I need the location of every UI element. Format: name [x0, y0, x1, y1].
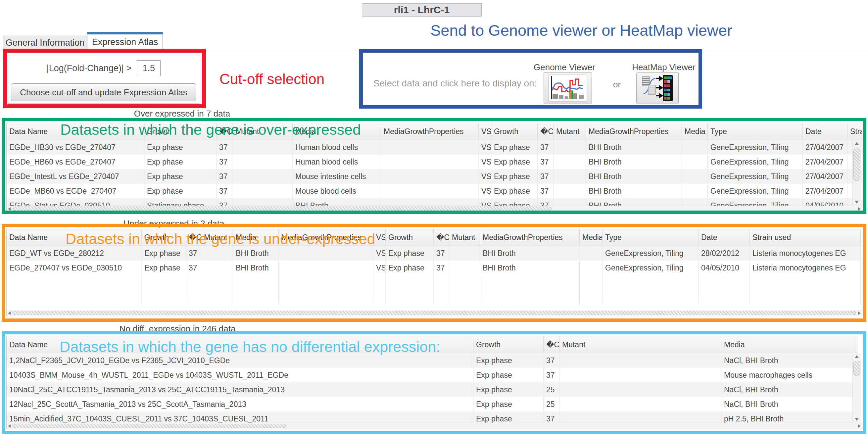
table-row[interactable]: EGDe_Stat vs EGDe_030510Stationary phase…	[7, 198, 862, 206]
scroll-left-icon[interactable]	[8, 312, 10, 315]
column-header[interactable]: Mutant	[559, 336, 721, 353]
table-cell: Stationary phase	[144, 198, 217, 206]
table-row[interactable]: EGD_WT vs EGDe_280212Exp phase37BHI Brot…	[7, 246, 861, 260]
column-header[interactable]: MediaGrowthProperties	[586, 123, 682, 140]
column-header[interactable]: Growth	[473, 336, 544, 353]
column-header[interactable]: Mutant	[554, 123, 586, 140]
vertical-scrollbar[interactable]	[852, 353, 861, 423]
table-cell: 04/05/2010	[803, 198, 847, 206]
column-header[interactable]: �C	[434, 229, 449, 246]
table-cell	[682, 198, 708, 206]
table-cell: 1,2NaCl_F2365_JCVI_2010_EGDe vs F2365_JC…	[7, 353, 473, 368]
column-header[interactable]: Media	[721, 336, 858, 353]
column-header[interactable]: Growth	[144, 123, 217, 140]
table-cell: 37	[217, 198, 233, 206]
column-header[interactable]: MediaGrowthProperties	[480, 229, 580, 246]
column-header[interactable]: MediaGrowthProperties	[381, 123, 479, 140]
table-row[interactable]: 10NaCl_25C_ATCC19115_Tasmania_2013 vs 25…	[7, 382, 858, 397]
table-row[interactable]: 1,2NaCl_F2365_JCVI_2010_EGDe vs F2365_JC…	[7, 353, 858, 368]
vertical-scrollbar-thumb[interactable]	[854, 361, 860, 376]
table-cell: 15min_Acidified_37C_10403S_CUESL_2011 vs…	[7, 411, 473, 423]
scroll-left-icon[interactable]	[8, 207, 10, 211]
tab-expression-atlas[interactable]: Expression Atlas	[87, 32, 163, 51]
column-header[interactable]: Strain used	[750, 229, 861, 246]
column-header[interactable]: Media	[682, 123, 708, 140]
fold-change-label: |Log(Fold-Change)| >	[47, 63, 131, 73]
horizontal-scrollbar-thumb[interactable]	[12, 424, 286, 428]
column-header[interactable]: VS	[373, 229, 386, 246]
column-header[interactable]: Data Name	[7, 229, 142, 246]
fold-change-input[interactable]	[137, 60, 160, 76]
horizontal-scrollbar-thumb[interactable]	[12, 207, 552, 211]
column-header[interactable]: Date	[803, 123, 847, 140]
horizontal-scrollbar[interactable]	[7, 206, 862, 212]
table-row[interactable]: EGDe_HB60 vs EGDe_270407Exp phase37Human…	[7, 155, 862, 169]
column-header[interactable]: Growth	[491, 123, 538, 140]
column-header[interactable]: Data Name	[7, 336, 473, 353]
column-header[interactable]: Mutant	[201, 229, 233, 246]
scroll-up-icon[interactable]	[855, 355, 859, 358]
column-header[interactable]: Strain used	[847, 123, 862, 140]
column-header[interactable]: Media	[292, 123, 381, 140]
table-cell	[699, 275, 750, 290]
table-row[interactable]: 12Nacl_25C_ScottA_Tasmania_2013 vs 25C_S…	[7, 397, 858, 411]
vertical-scrollbar-thumb[interactable]	[854, 148, 860, 181]
table-row[interactable]: 10403S_BMM_Mouse_4h_WUSTL_2011_EGDe vs 1…	[7, 368, 858, 382]
update-atlas-button[interactable]: Choose cut-off and update Expression Atl…	[11, 84, 196, 101]
column-header[interactable]: Media	[233, 229, 279, 246]
table-cell: 04/05/2010	[699, 260, 750, 275]
table-cell	[186, 275, 201, 290]
table-cell: Exp phase	[144, 169, 217, 184]
table-cell: Exp phase	[491, 140, 538, 155]
table-cell: Exp phase	[386, 260, 434, 275]
table-row[interactable]: EGDe_HB30 vs EGDe_270407Exp phase37Human…	[7, 140, 862, 155]
table-cell	[381, 198, 479, 206]
over-expressed-grid: Data NameGrowth�CMutantMediaMediaGrowthP…	[7, 123, 862, 206]
column-header[interactable]: Growth	[386, 229, 434, 246]
scroll-down-icon[interactable]	[855, 200, 859, 204]
no-diff-grid: Data NameGrowth�CMutantMedia1,2NaCl_F236…	[7, 336, 858, 423]
column-header[interactable]: Growth	[142, 229, 186, 246]
heatmap-viewer-button[interactable]	[636, 72, 679, 104]
table-cell: NaCl, BHI Broth	[721, 382, 858, 397]
column-header[interactable]: VS	[479, 123, 491, 140]
scroll-right-icon[interactable]	[858, 425, 861, 428]
table-row[interactable]: 15min_Acidified_37C_10403S_CUESL_2011 vs…	[7, 411, 858, 423]
column-header[interactable]: �C	[186, 229, 201, 246]
table-row[interactable]: EGDe_MB60 vs EGDe_270407Exp phase37Mouse…	[7, 184, 862, 198]
table-cell: BHI Broth	[586, 198, 682, 206]
table-row[interactable]: EGDe_IntestL vs EGDe_270407Exp phase37Mo…	[7, 169, 862, 184]
column-header[interactable]: �C	[544, 336, 559, 353]
column-header[interactable]: �C	[538, 123, 554, 140]
table-cell	[449, 260, 480, 275]
table-cell: Human blood cells	[292, 140, 381, 155]
column-header[interactable]: Type	[602, 229, 699, 246]
table-cell	[554, 198, 586, 206]
column-header[interactable]: Date	[699, 229, 750, 246]
column-header[interactable]: Data Name	[7, 123, 144, 140]
column-header[interactable]: Media	[580, 229, 602, 246]
tab-general-information[interactable]: General Information	[3, 35, 87, 51]
horizontal-scrollbar[interactable]	[7, 423, 862, 429]
vertical-scrollbar[interactable]	[852, 141, 861, 205]
table-row[interactable]: EGDe_270407 vs EGDe_030510Exp phase37BHI…	[7, 260, 861, 275]
cutoff-panel: |Log(Fold-Change)| > Choose cut-off and …	[8, 54, 199, 104]
page-title: rli1 - LhrC-1	[362, 3, 482, 17]
scroll-up-icon[interactable]	[855, 142, 859, 145]
column-header[interactable]: Mutant	[233, 123, 292, 140]
scroll-down-icon[interactable]	[855, 418, 859, 421]
column-header[interactable]: Type	[708, 123, 803, 140]
scroll-left-icon[interactable]	[8, 425, 10, 428]
scroll-right-icon[interactable]	[858, 207, 861, 211]
column-header[interactable]: MediaGrowthProperties	[279, 229, 373, 246]
genome-viewer-button[interactable]	[544, 72, 592, 104]
scroll-right-icon[interactable]	[858, 312, 861, 315]
column-header[interactable]: Mutant	[449, 229, 480, 246]
table-cell: BHI Broth	[586, 155, 682, 169]
horizontal-scrollbar[interactable]	[7, 310, 862, 316]
column-header[interactable]: �C	[217, 123, 233, 140]
table-cell: Exp phase	[142, 260, 186, 275]
table-cell: NaCl, BHI Broth	[721, 353, 858, 368]
horizontal-scrollbar-thumb[interactable]	[12, 311, 856, 315]
table-cell: BHI Broth	[586, 140, 682, 155]
